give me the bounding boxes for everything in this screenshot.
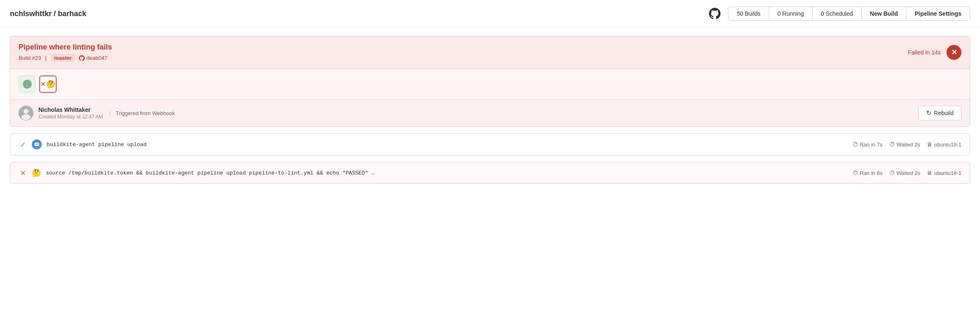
wait-icon-2: ⏱ [889,170,895,176]
log-meta-1: ⏱ Ran in 7s ⏱ Waited 2s 🖥 ubuntu18-1 [852,141,961,148]
fail-x-icon: ✕ [19,169,27,177]
build-card-header: Pipeline where linting fails Build #23 |… [10,36,970,69]
author-time: Created Monday at 12:47 AM [38,114,103,120]
build-card-header-right: Failed in 14s ✕ [908,45,961,60]
build-author-left: Nicholas Whittaker Created Monday at 12:… [19,106,175,120]
build-branch: master [51,54,75,62]
build-number: Build #23 [19,55,41,61]
rebuild-label: Rebuild [934,110,954,116]
build-card: Pipeline where linting fails Build #23 |… [10,36,970,127]
scheduled-button[interactable]: 0 Scheduled [813,7,862,20]
agent-badge-1 [32,139,42,149]
build-steps: 🤖 ✕ 🤔 [10,69,970,100]
author-avatar [19,106,33,120]
log-command-1: buildkite-agent pipeline upload [47,142,847,148]
agent-icon: 🤖 [22,79,32,89]
svg-point-8 [36,142,37,143]
commit-hash: deab047 [86,55,107,61]
clock-icon-1: ⏱ [852,141,858,148]
log-row-fail: ✕ 🤔 source /tmp/buildkite.token && build… [10,162,970,184]
success-check-icon: ✓ [19,141,27,149]
agent-name-2: 🖥 ubuntu18-1 [927,170,961,176]
avatar-icon [19,106,33,120]
pipeline-settings-button[interactable]: Pipeline Settings [906,7,970,20]
github-small-icon [79,55,85,61]
svg-point-7 [37,144,38,145]
build-meta: Build #23 | master deab047 [19,54,112,62]
meta-separator-1: | [45,55,46,61]
log-command-2: source /tmp/buildkite.token && buildkite… [46,170,847,176]
ran-time-2: ⏱ Ran in 6s [852,170,882,176]
github-icon [708,7,721,20]
rebuild-icon: ↻ [926,109,932,117]
wait-icon-1: ⏱ [889,141,895,148]
svg-rect-5 [35,143,39,146]
build-author-row: Nicholas Whittaker Created Monday at 12:… [10,100,970,126]
svg-text:🤖: 🤖 [25,82,30,87]
close-build-button[interactable]: ✕ [947,45,961,60]
x-mark: ✕ [40,81,45,87]
header-nav-buttons: 50 Builds 0 Running 0 Scheduled New Buil… [728,7,970,21]
agent-name-1: 🖥 ubuntu18-1 [927,141,961,148]
author-name: Nicholas Whittaker [38,106,103,113]
build-commit: deab047 [79,55,107,61]
page-header: nchlswhttkr / barhack 50 Builds 0 Runnin… [0,0,980,28]
build-title: Pipeline where linting fails [19,43,112,52]
agent-logo-icon [34,142,40,147]
trigger-text: Triggered from Webhook [109,110,175,116]
server-icon-1: 🖥 [927,141,932,148]
fail-step-icon[interactable]: ✕ 🤔 [39,75,57,93]
agent-step-icon[interactable]: 🤖 [19,75,36,93]
page-title: nchlswhttkr / barhack [10,9,702,18]
waited-time-2: ⏱ Waited 2s [889,170,920,176]
thinking-emoji-log: 🤔 [32,168,41,177]
builds-count-button[interactable]: 50 Builds [728,7,769,20]
svg-point-3 [24,109,29,114]
ran-time-1: ⏱ Ran in 7s [852,141,882,148]
waited-time-1: ⏱ Waited 2s [889,141,920,148]
author-info: Nicholas Whittaker Created Monday at 12:… [38,106,103,120]
build-card-header-left: Pipeline where linting fails Build #23 |… [19,43,112,62]
server-icon-2: 🖥 [927,170,932,176]
svg-point-6 [36,144,36,145]
thinking-emoji: 🤔 [46,80,55,89]
new-build-button[interactable]: New Build [862,7,907,20]
svg-point-4 [21,114,31,120]
log-row-success: ✓ buildkite-agent pipeline upload ⏱ Ran … [10,133,970,156]
main-content: Pipeline where linting fails Build #23 |… [0,28,980,192]
log-meta-2: ⏱ Ran in 6s ⏱ Waited 2s 🖥 ubuntu18-1 [852,170,961,176]
rebuild-button[interactable]: ↻ Rebuild [918,106,961,120]
running-button[interactable]: 0 Running [769,7,813,20]
clock-icon-2: ⏱ [852,170,858,176]
failed-status: Failed in 14s [908,49,941,56]
